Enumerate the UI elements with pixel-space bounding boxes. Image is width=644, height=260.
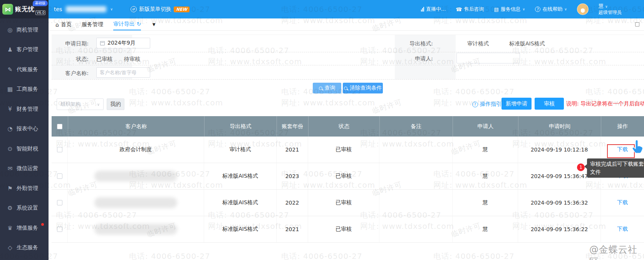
hand-cursor-icon — [631, 139, 644, 155]
applicant: 慧 — [483, 226, 488, 233]
brand-version: V6.0 — [35, 10, 45, 15]
tab-dropdown-caret[interactable]: ▼ — [153, 22, 156, 27]
format-option-audit[interactable]: 审计格式 — [467, 40, 489, 47]
sidebar-item-business-opportunity[interactable]: ◎商机管理 — [0, 20, 49, 40]
org-structure-select[interactable]: 组织架构 ∨ — [57, 98, 104, 110]
row-checkbox[interactable] — [57, 227, 62, 232]
mine-button[interactable]: 我的 — [107, 98, 124, 110]
redacted-workspace-name — [66, 6, 106, 12]
format-option-ais[interactable]: 标准版AIS格式 — [509, 40, 545, 47]
status-option-pending[interactable]: 待审核 — [124, 56, 140, 63]
avatar[interactable] — [577, 3, 589, 15]
sidebar-item-value-added[interactable]: ♛增值服务 — [0, 218, 49, 238]
table-row: 标准版AIS格式2022已审核慧2024-09-09 15:36:32下载 — [52, 190, 644, 216]
app-logo-icon: ⋈ — [2, 4, 13, 15]
row-checkbox[interactable] — [57, 200, 62, 205]
divider — [52, 52, 644, 52]
workspace-selector[interactable]: tes ∨ — [54, 6, 113, 12]
table-row: 标准版AIS格式2023已审核慧2024-09-09 15:36:47下载 — [52, 163, 644, 190]
status-text: 已审核 — [335, 146, 352, 153]
redacted-customer-name — [94, 224, 177, 235]
clear-query-button[interactable]: 清除查询条件 — [343, 83, 383, 93]
cube-icon: ◇ — [7, 244, 13, 251]
document-icon: ▤ — [494, 7, 499, 12]
topbar-right: 直播中... ☎ 售后咨询 ▤ 服务信息 ∨ ? 在线帮助 ∨ 慧 ∨ 超级管理… — [421, 0, 622, 18]
audit-button[interactable]: 审核 — [535, 98, 564, 110]
expand-icon[interactable] — [635, 22, 639, 27]
apply-date-input[interactable]: 2024年9月 — [96, 38, 150, 48]
chevron-down-icon: ∨ — [564, 7, 567, 11]
sidebar-item-field-work[interactable]: ⚑外勤管理 — [0, 178, 49, 198]
query-button[interactable]: 查询 — [313, 83, 341, 93]
search-icon — [319, 87, 322, 90]
sidebar-item-reports[interactable]: ◔报表中心 — [0, 119, 49, 139]
tab-service-management[interactable]: 服务管理 — [82, 18, 103, 30]
column-header: 状态 — [308, 116, 379, 137]
customer-name: 政府会计制度 — [120, 146, 152, 153]
sidebar-item-settings[interactable]: ⚙系统设置 — [0, 198, 49, 218]
column-header: 账套年份 — [277, 116, 308, 137]
table-row: 标准版AIS格式2021已审核慧2024-09-09 15:36:22下载 — [52, 216, 644, 243]
tooltip: 审核完成后可下载账套文件 — [587, 158, 644, 178]
after-sales-button[interactable]: ☎ 售后咨询 — [456, 6, 484, 13]
customer-name-label: 客户名称: — [62, 70, 89, 77]
sidebar-item-label: 工商服务 — [17, 86, 38, 93]
export-format-label: 导出格式: — [392, 40, 433, 47]
status-text: 已审核 — [335, 199, 352, 206]
tab-bar: ⌂ 首页 服务管理 审计导出 ↻ ▼ — [49, 18, 644, 31]
sidebar-item-finance[interactable]: ¥财务管理 — [0, 99, 49, 119]
sidebar-item-ecosystem[interactable]: ◇生态服务 — [0, 238, 49, 258]
divider — [52, 65, 644, 65]
sidebar-item-label: 外勤管理 — [17, 185, 38, 192]
tab-audit-export[interactable]: 审计导出 ↻ — [113, 18, 141, 30]
divider — [52, 79, 644, 80]
topbar: ⋈ 账无忧 V6.0 基础版 tes ∨ ⇄ 新版菜单切换 NEW 直播中...… — [0, 0, 644, 18]
customer-search-input[interactable] — [96, 67, 150, 78]
export-format: 标准版AIS格式 — [222, 199, 258, 206]
new-request-button[interactable]: 新增申请 — [501, 98, 532, 110]
chevron-down-icon: ∨ — [110, 7, 113, 11]
export-format: 审计格式 — [230, 146, 251, 153]
service-info-button[interactable]: ▤ 服务信息 ∨ — [494, 6, 525, 13]
live-streaming-button[interactable]: 直播中... — [421, 6, 446, 13]
calendar-icon — [100, 41, 105, 45]
download-link[interactable]: 下载 — [617, 226, 628, 233]
ledger-icon: ¥ — [7, 106, 13, 113]
applicant-input[interactable] — [456, 53, 520, 63]
tab-home[interactable]: ⌂ 首页 — [55, 18, 72, 30]
edition-badge: 基础版 — [33, 0, 48, 6]
applicant: 慧 — [483, 199, 488, 206]
chevron-down-icon: ∨ — [605, 5, 608, 8]
download-link[interactable]: 下载 — [617, 199, 628, 206]
ledger-year: 2023 — [285, 173, 299, 179]
live-bars-icon — [421, 7, 424, 12]
select-all-checkbox[interactable] — [57, 124, 62, 129]
apply-time: 2024-09-09 15:36:22 — [531, 226, 588, 232]
row-checkbox[interactable] — [57, 173, 62, 179]
sidebar-item-smart-tax[interactable]: ⊙智能财税 — [0, 139, 49, 159]
filter-panel: 申请日期: 2024年9月 导出格式: 审计格式 标准版AIS格式 状态: 已审… — [52, 35, 644, 79]
apply-date-label: 申请日期: — [62, 40, 89, 47]
sidebar-item-wechat[interactable]: ✉微信运营 — [0, 159, 49, 179]
search-icon — [344, 87, 347, 90]
column-header: 客户名称 — [68, 116, 204, 137]
apply-time: 2024-09-09 15:36:47 — [531, 173, 588, 179]
sidebar-item-label: 智能财税 — [17, 145, 38, 152]
redacted-customer-name — [94, 197, 177, 208]
sidebar-item-industry-commerce[interactable]: ▦工商服务 — [0, 80, 49, 100]
switch-icon: ⇄ — [131, 6, 137, 12]
column-header: 导出格式 — [204, 116, 277, 137]
sidebar-item-bookkeeping[interactable]: ✎代账服务 — [0, 60, 49, 80]
gear-icon: ⚙ — [7, 205, 13, 212]
status-text: 已审核 — [335, 226, 352, 233]
sidebar-item-label: 报表中心 — [17, 125, 38, 132]
status-option-approved[interactable]: 已审核 — [96, 56, 112, 63]
column-header: 操作 — [601, 116, 644, 137]
row-checkbox[interactable] — [57, 147, 62, 152]
sidebar-item-customer[interactable]: ♟客户管理 — [0, 40, 49, 60]
menu-switch-button[interactable]: ⇄ 新版菜单切换 NEW — [131, 6, 190, 13]
apply-time: 2024-09-09 15:36:32 — [531, 200, 588, 206]
user-menu[interactable]: 慧 ∨ 超级管理员 — [599, 3, 622, 15]
operation-guide-link[interactable]: ? 操作指引 — [472, 101, 501, 108]
online-help-button[interactable]: ? 在线帮助 ∨ — [535, 6, 567, 13]
